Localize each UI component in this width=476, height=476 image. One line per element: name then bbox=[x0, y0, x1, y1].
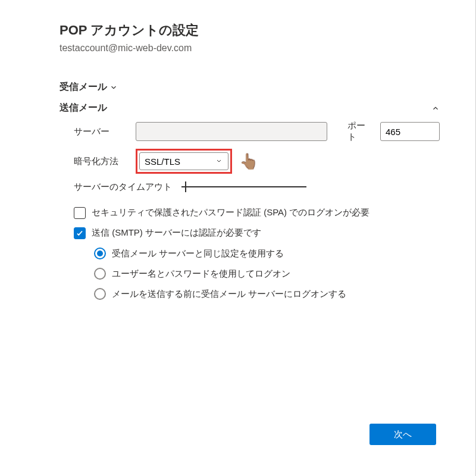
account-settings-panel: POP アカウントの設定 testaccount@mic-web-dev.com… bbox=[0, 0, 476, 476]
spa-checkbox-label: セキュリティで保護されたパスワード認証 (SPA) でのログオンが必要 bbox=[92, 207, 369, 218]
spa-checkbox[interactable] bbox=[74, 207, 86, 219]
port-input[interactable] bbox=[380, 122, 440, 141]
chevron-up-icon bbox=[431, 104, 440, 112]
encryption-select-highlight: SSL/TLS bbox=[139, 152, 228, 170]
timeout-label: サーバーのタイムアウト bbox=[74, 181, 172, 193]
radio-username-password[interactable]: ユーザー名とパスワードを使用してログオン bbox=[94, 268, 440, 280]
encryption-label: 暗号化方法 bbox=[74, 156, 139, 167]
section-outgoing-mail[interactable]: 送信メール bbox=[60, 102, 440, 114]
section-incoming-label: 受信メール bbox=[60, 81, 107, 93]
page-title: POP アカウントの設定 bbox=[60, 21, 440, 39]
section-incoming-mail[interactable]: 受信メール bbox=[60, 81, 440, 93]
radio-label: ユーザー名とパスワードを使用してログオン bbox=[112, 268, 290, 280]
radio-logon-before-send[interactable]: メールを送信する前に受信メール サーバーにログオンする bbox=[94, 288, 440, 300]
server-label: サーバー bbox=[74, 126, 136, 137]
smtp-auth-checkbox-row[interactable]: 送信 (SMTP) サーバーには認証が必要です bbox=[60, 227, 440, 239]
timeout-row: サーバーのタイムアウト bbox=[60, 181, 440, 193]
radio-label: メールを送信する前に受信メール サーバーにログオンする bbox=[112, 289, 346, 300]
pointing-hand-icon: 👆🏽 bbox=[239, 152, 258, 171]
server-input[interactable] bbox=[136, 122, 327, 141]
chevron-down-icon bbox=[109, 83, 118, 92]
section-outgoing-label: 送信メール bbox=[60, 102, 107, 114]
account-email: testaccount@mic-web-dev.com bbox=[60, 43, 440, 54]
radio-icon[interactable] bbox=[94, 268, 106, 280]
server-port-row: サーバー ポート bbox=[60, 120, 440, 143]
smtp-auth-radio-group: 受信メール サーバーと同じ設定を使用する ユーザー名とパスワードを使用してログオ… bbox=[60, 248, 440, 300]
timeout-slider[interactable] bbox=[181, 181, 306, 193]
next-button[interactable]: 次へ bbox=[369, 424, 436, 445]
radio-icon[interactable] bbox=[94, 288, 106, 300]
smtp-auth-checkbox[interactable] bbox=[74, 227, 86, 239]
radio-label: 受信メール サーバーと同じ設定を使用する bbox=[112, 248, 284, 259]
encryption-select[interactable]: SSL/TLS bbox=[139, 152, 228, 170]
radio-icon[interactable] bbox=[94, 248, 106, 259]
encryption-row: 暗号化方法 SSL/TLS 👆🏽 bbox=[60, 152, 440, 170]
radio-same-as-incoming[interactable]: 受信メール サーバーと同じ設定を使用する bbox=[94, 248, 440, 259]
spa-checkbox-row[interactable]: セキュリティで保護されたパスワード認証 (SPA) でのログオンが必要 bbox=[60, 207, 440, 219]
port-label: ポート bbox=[347, 120, 373, 143]
smtp-auth-checkbox-label: 送信 (SMTP) サーバーには認証が必要です bbox=[92, 227, 261, 239]
